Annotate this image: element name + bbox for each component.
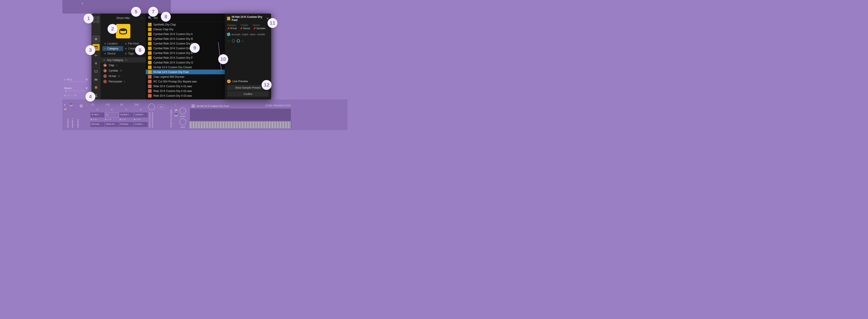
meta-labels: Category Creator Device — [227, 23, 269, 27]
folder-icon[interactable]: 📁 — [64, 108, 67, 111]
waveform-area[interactable] — [190, 108, 291, 121]
confirm-button[interactable]: Confirm — [227, 91, 269, 97]
crown-icon[interactable]: ♛ — [64, 103, 67, 106]
zone-title: Hi-Hat 14 K Custom Dry Foot — [196, 105, 229, 107]
result-icon — [148, 94, 152, 98]
result-icon — [148, 80, 152, 83]
pad-cell[interactable]: Hi-Hat A... — [90, 113, 104, 118]
category-column: Drum Hits ☆ ✱Location ✱File Kind ✱Catego… — [100, 13, 146, 99]
pad-add-icon[interactable]: + — [105, 107, 119, 112]
moon-icon[interactable]: ☾ — [175, 103, 177, 107]
add-icon[interactable]: + — [81, 1, 84, 6]
pad-controls[interactable]: ▶SM — [105, 118, 119, 122]
callout-4: 4 — [85, 92, 95, 102]
source-plug-icon[interactable] — [92, 60, 100, 67]
callout-5: 5 — [131, 7, 141, 17]
color-dot-cyan[interactable] — [237, 39, 240, 42]
tags-row: acoustic bright clean metallic — [227, 31, 269, 37]
result-icon — [148, 61, 152, 64]
category-cymbal[interactable]: ◉ Cymbal 35 — [100, 68, 146, 73]
callout-1: 1 — [84, 13, 94, 24]
source-star-icon[interactable] — [92, 36, 100, 42]
pad-controls[interactable]: ▶SM — [119, 118, 133, 122]
pad-cell[interactable]: Percussi... — [90, 122, 104, 127]
close-icon[interactable]: ✕ — [74, 94, 76, 98]
category-big-icon — [116, 24, 130, 38]
pad-cell[interactable]: Cymbal A... — [134, 113, 148, 118]
note-icon[interactable]: ♪ — [71, 94, 72, 98]
settings-icon[interactable]: ⇄ — [64, 94, 66, 98]
power-icon[interactable]: ⏻ — [80, 104, 83, 107]
result-icon — [148, 51, 152, 55]
result-icon — [148, 42, 152, 45]
drum-pads: C2 + Hi-Hat A... ▶SM Percussi... C#2 + A… — [90, 103, 148, 127]
category-percussion[interactable]: ○ Percussion 1 — [100, 79, 146, 84]
category-list: ✱ Any Category 65 👏 Clap 3 ◉ Cymbal 35 ≡… — [100, 57, 146, 84]
source-loop-icon[interactable] — [92, 68, 100, 75]
pad-cell[interactable]: Hi-Hat A... — [134, 122, 148, 127]
pad-add-icon[interactable]: + — [134, 107, 148, 112]
pad-add-icon[interactable]: + — [119, 107, 133, 112]
level-meter — [149, 112, 151, 128]
favorite-star-icon[interactable]: ☆ — [227, 39, 230, 43]
record-icon[interactable] — [85, 104, 88, 106]
details-title: Hi-Hat 14 K Custom Dry Foot — [231, 15, 265, 22]
filter-category[interactable]: ✱Category — [102, 46, 123, 51]
source-pack-icon[interactable] — [92, 84, 100, 91]
piano-keyboard[interactable] — [190, 122, 291, 128]
category-any[interactable]: ✱ Any Category 65 — [100, 58, 146, 63]
track-label: FX 1 — [67, 78, 72, 81]
pad-header: C2 — [90, 103, 104, 107]
meta-category[interactable]: Hi-hat — [227, 27, 237, 30]
pad-cell[interactable]: Snare AS... — [105, 122, 119, 127]
vtext-project: PROJECT — [67, 118, 69, 128]
filter-device[interactable]: ✱Device — [102, 51, 123, 56]
color-row: ☆ + — [227, 37, 269, 44]
pad-add-icon[interactable]: + — [90, 107, 104, 112]
color-dot[interactable] — [232, 39, 235, 42]
callout-3: 3 — [85, 45, 95, 55]
result-icon — [148, 23, 152, 26]
piano-icon[interactable]: 🎹 — [175, 114, 178, 117]
gain-knob[interactable] — [148, 103, 155, 110]
pitch-knob[interactable] — [179, 118, 186, 125]
live-preview-label: Live Preview — [232, 80, 248, 83]
result-icon — [148, 37, 152, 41]
folder-icon[interactable]: 📁 — [175, 108, 178, 111]
result-icon — [148, 85, 152, 88]
pad-cell[interactable]: Cymbal A... — [119, 113, 133, 118]
callout-9: 9 — [190, 43, 200, 53]
filter-location[interactable]: ✱Location — [102, 41, 123, 46]
result-icon — [148, 70, 152, 74]
callout-12: 12 — [261, 80, 272, 90]
result-icon — [148, 28, 152, 31]
result-icon — [148, 65, 152, 69]
pad-controls[interactable]: ▶SM — [134, 118, 148, 122]
piano-icon[interactable]: 🎹 — [70, 103, 73, 106]
svg-point-3 — [95, 94, 97, 96]
add-color-icon[interactable]: + — [242, 39, 245, 42]
select-knob[interactable] — [179, 107, 186, 114]
tag[interactable]: metallic — [257, 33, 265, 36]
fx-button[interactable]: FX — [158, 104, 165, 109]
pad-header: D#2 — [134, 103, 148, 107]
track-meter — [68, 81, 88, 83]
result-icon — [148, 75, 152, 78]
tag[interactable]: clean — [250, 33, 255, 36]
pad-cell[interactable]: Percussi... — [119, 122, 133, 127]
details-icon — [227, 17, 230, 20]
meta-device[interactable]: Sampler — [253, 27, 266, 30]
pad-controls[interactable]: ▶SM — [90, 118, 104, 122]
category-clap[interactable]: 👏 Clap 3 — [100, 63, 146, 68]
list-icon[interactable]: ≡ — [68, 94, 69, 98]
tag[interactable]: acoustic — [231, 33, 241, 36]
pad-header: C#2 — [105, 103, 119, 107]
source-folder-icon[interactable] — [92, 76, 100, 83]
vtext-sample: Hi-Hat 14 K Custom ... — [170, 107, 172, 128]
meta-creator[interactable]: Genys — [240, 27, 250, 30]
tag[interactable]: bright — [242, 33, 248, 36]
favorite-icon[interactable]: ☆ — [141, 16, 144, 20]
category-hihat[interactable]: ≡ Hi-hat 26 — [100, 73, 146, 79]
pad-cell[interactable]: A1 — [105, 113, 119, 118]
folder-icon — [192, 104, 195, 107]
